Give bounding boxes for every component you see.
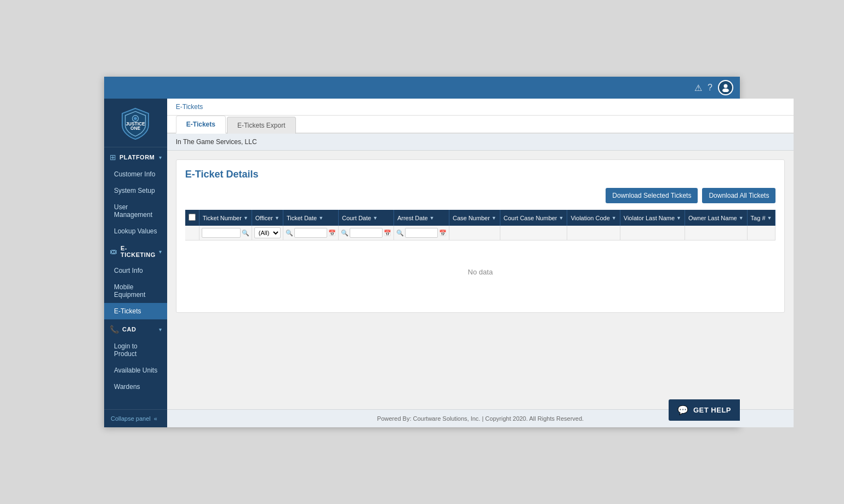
- grid-icon: ⊞: [110, 153, 116, 162]
- court-date-filter-icon[interactable]: ▼: [373, 215, 378, 221]
- sidebar-item-login-to-product[interactable]: Login to Product: [104, 338, 167, 362]
- company-bar: In The Game Services, LLC: [167, 134, 794, 151]
- platform-items: Customer Info System Setup User Manageme…: [104, 166, 167, 239]
- sidebar-item-lookup-values[interactable]: Lookup Values: [104, 223, 167, 239]
- arrest-date-search-icon[interactable]: 🔍: [396, 230, 404, 237]
- sidebar-section-cad: 📞 CAD ▾ Login to Product Available Units…: [104, 319, 167, 395]
- col-tag: Tag # ▼: [747, 210, 775, 226]
- top-bar: ⚠ ?: [104, 77, 740, 99]
- court-case-number-filter-icon[interactable]: ▼: [559, 215, 564, 221]
- filter-checkbox-cell: [185, 226, 199, 240]
- col-violation-code: Violation Code ▼: [567, 210, 620, 226]
- sidebar-item-wardens[interactable]: Wardens: [104, 379, 167, 395]
- officer-filter-select[interactable]: (All): [254, 227, 281, 238]
- main-layout: JUSTICE ONE ⊞ PLATFORM ▾ Customer Info S…: [104, 99, 740, 427]
- filter-case-number: [449, 226, 500, 240]
- ticket-number-search[interactable]: [202, 228, 241, 238]
- platform-section-header[interactable]: ⊞ PLATFORM ▾: [104, 147, 167, 166]
- sidebar-item-e-tickets[interactable]: E-Tickets: [104, 303, 167, 319]
- cad-chevron: ▾: [159, 327, 162, 333]
- arrest-date-filter-icon[interactable]: ▼: [430, 215, 435, 221]
- cad-label: CAD: [122, 326, 156, 333]
- filter-violator-last-name: [620, 226, 685, 240]
- filter-owner-last-name: [685, 226, 748, 240]
- ticket-date-calendar-icon[interactable]: 📅: [328, 230, 336, 237]
- main-card: E-Ticket Details Download Selected Ticke…: [176, 159, 785, 313]
- arrest-date-calendar-icon[interactable]: 📅: [439, 230, 447, 237]
- sidebar-item-available-units[interactable]: Available Units: [104, 362, 167, 379]
- col-court-date: Court Date ▼: [338, 210, 394, 226]
- tab-e-tickets[interactable]: E-Tickets: [176, 116, 226, 134]
- filter-ticket-number: 🔍: [199, 226, 252, 240]
- no-data-row: No data: [185, 240, 775, 304]
- page-title: E-Ticket Details: [185, 169, 776, 180]
- filter-violation-code: [567, 226, 620, 240]
- sidebar: JUSTICE ONE ⊞ PLATFORM ▾ Customer Info S…: [104, 99, 167, 427]
- court-date-calendar-icon[interactable]: 📅: [384, 230, 391, 237]
- user-avatar[interactable]: [718, 80, 733, 95]
- get-help-label: GET HELP: [693, 406, 731, 414]
- download-all-button[interactable]: Download All Tickets: [702, 188, 775, 203]
- ticket-icon: 🎟: [110, 247, 117, 256]
- sidebar-item-court-info[interactable]: Court Info: [104, 262, 167, 279]
- violator-last-name-filter-icon[interactable]: ▼: [676, 215, 681, 221]
- sidebar-item-system-setup[interactable]: System Setup: [104, 182, 167, 199]
- chat-icon: 💬: [677, 405, 689, 415]
- company-name: In The Game Services, LLC: [176, 138, 257, 146]
- col-violator-last-name: Violator Last Name ▼: [620, 210, 685, 226]
- court-date-search-icon[interactable]: 🔍: [341, 230, 349, 237]
- eticketing-label: E-TICKETING: [121, 245, 156, 258]
- col-arrest-date: Arrest Date ▼: [394, 210, 449, 226]
- warning-icon[interactable]: ⚠: [694, 83, 702, 93]
- col-case-number: Case Number ▼: [449, 210, 500, 226]
- sidebar-section-eticketing: 🎟 E-TICKETING ▾ Court Info Mobile Equipm…: [104, 239, 167, 319]
- col-ticket-date: Ticket Date ▼: [283, 210, 338, 226]
- owner-last-name-filter-icon[interactable]: ▼: [739, 215, 744, 221]
- col-officer: Officer ▼: [252, 210, 283, 226]
- cad-items: Login to Product Available Units Wardens: [104, 338, 167, 395]
- sidebar-section-platform: ⊞ PLATFORM ▾ Customer Info System Setup …: [104, 147, 167, 239]
- court-date-input[interactable]: [350, 228, 383, 238]
- filter-court-date: 🔍 📅: [338, 226, 394, 240]
- cad-section-header[interactable]: 📞 CAD ▾: [104, 319, 167, 338]
- logo-area: JUSTICE ONE: [104, 99, 167, 147]
- filter-row: 🔍 (All) 🔍: [185, 226, 775, 240]
- ticket-date-search-icon[interactable]: 🔍: [286, 230, 293, 237]
- ticket-date-input[interactable]: [294, 228, 327, 238]
- sidebar-item-customer-info[interactable]: Customer Info: [104, 166, 167, 182]
- sidebar-item-mobile-equipment[interactable]: Mobile Equipment: [104, 279, 167, 303]
- platform-label: PLATFORM: [119, 154, 156, 161]
- tab-e-tickets-export[interactable]: E-Tickets Export: [227, 117, 296, 134]
- eticketing-items: Court Info Mobile Equipment E-Tickets: [104, 262, 167, 319]
- arrest-date-input[interactable]: [405, 228, 438, 238]
- content-area: E-Tickets E-Tickets E-Tickets Export In …: [167, 99, 794, 427]
- filter-officer: (All): [252, 226, 283, 240]
- breadcrumb: E-Tickets: [167, 99, 794, 116]
- collapse-panel[interactable]: Collapse panel «: [104, 409, 167, 427]
- e-tickets-table: Ticket Number ▼ Officer ▼: [185, 210, 776, 303]
- filter-arrest-date: 🔍 📅: [394, 226, 449, 240]
- filter-court-case-number: [500, 226, 567, 240]
- eticketing-section-header[interactable]: 🎟 E-TICKETING ▾: [104, 239, 167, 262]
- select-all-checkbox[interactable]: [189, 214, 196, 221]
- violation-code-filter-icon[interactable]: ▼: [612, 215, 617, 221]
- get-help-button[interactable]: 💬 GET HELP: [669, 399, 740, 421]
- ticket-number-search-icon[interactable]: 🔍: [242, 230, 249, 237]
- col-owner-last-name: Owner Last Name ▼: [685, 210, 748, 226]
- sidebar-item-user-management[interactable]: User Management: [104, 199, 167, 223]
- officer-filter-icon[interactable]: ▼: [275, 215, 280, 221]
- ticket-date-filter-icon[interactable]: ▼: [318, 215, 323, 221]
- page-content: E-Ticket Details Download Selected Ticke…: [167, 151, 794, 409]
- no-data-cell: No data: [185, 240, 775, 304]
- download-selected-button[interactable]: Download Selected Tickets: [606, 188, 698, 203]
- svg-text:ONE: ONE: [130, 125, 140, 131]
- col-checkbox: [185, 210, 199, 226]
- col-ticket-number: Ticket Number ▼: [199, 210, 252, 226]
- help-icon[interactable]: ?: [708, 83, 712, 93]
- tag-filter-icon[interactable]: ▼: [767, 215, 772, 221]
- footer-text: Powered By: Courtware Solutions, Inc. | …: [377, 415, 584, 422]
- svg-point-0: [724, 84, 728, 88]
- tabs-bar: E-Tickets E-Tickets Export: [167, 116, 794, 134]
- case-number-filter-icon[interactable]: ▼: [492, 215, 497, 221]
- ticket-number-filter-icon[interactable]: ▼: [243, 215, 248, 221]
